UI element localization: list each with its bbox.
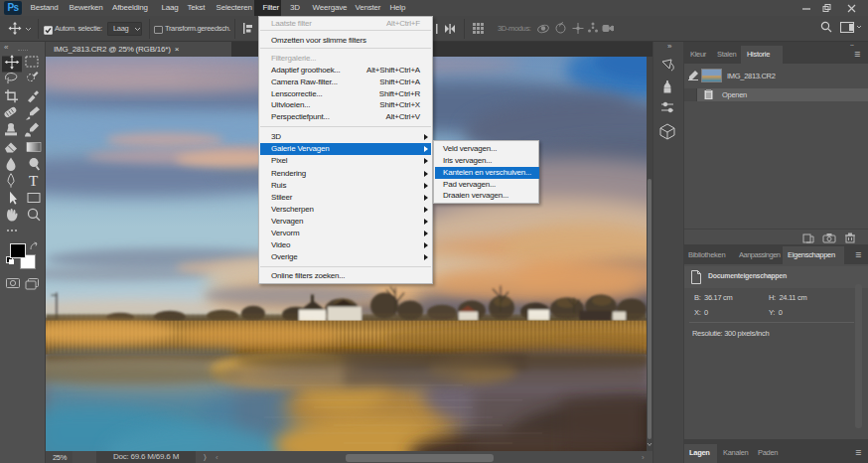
svg-text:T: T [29,173,38,189]
